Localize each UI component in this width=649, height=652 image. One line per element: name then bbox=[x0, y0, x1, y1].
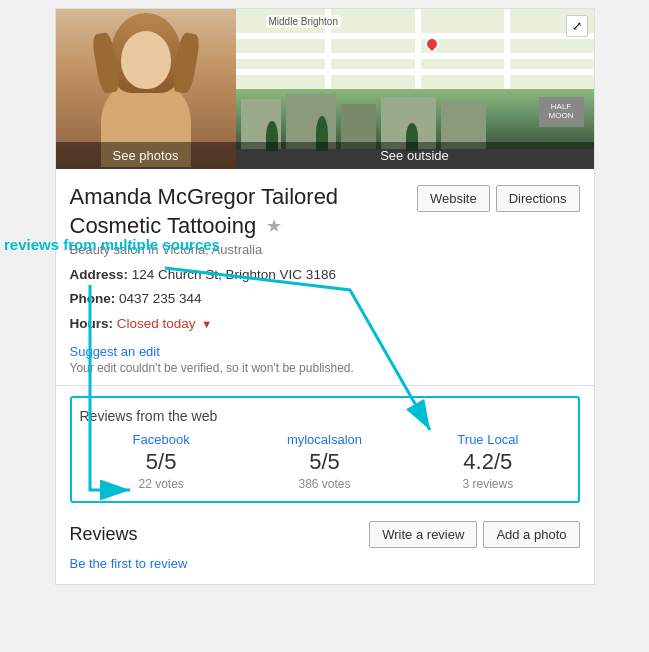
reviews-section: Reviews Write a review Add a photo Be th… bbox=[56, 513, 594, 572]
map-section[interactable]: Middle Brighton ⤢ bbox=[236, 9, 594, 89]
suggest-edit-link[interactable]: Suggest an edit bbox=[70, 344, 160, 359]
source-name-facebook[interactable]: Facebook bbox=[80, 432, 243, 447]
address-row: Address: 124 Church St, Brighton VIC 318… bbox=[70, 265, 580, 285]
header-row: Amanda McGregor Tailored Cosmetic Tattoo… bbox=[70, 183, 580, 240]
website-button[interactable]: Website bbox=[417, 185, 490, 212]
right-images: Middle Brighton ⤢ bbox=[236, 9, 594, 169]
hours-caret-icon[interactable]: ▼ bbox=[201, 318, 212, 330]
see-outside-button[interactable]: See outside bbox=[236, 142, 594, 169]
source-score-truelocal: 4.2/5 bbox=[406, 449, 569, 475]
reviews-title: Reviews bbox=[70, 524, 138, 545]
business-name: Amanda McGregor Tailored Cosmetic Tattoo… bbox=[70, 183, 417, 240]
review-source-truelocal: True Local 4.2/5 3 reviews bbox=[406, 432, 569, 491]
address-label: Address: bbox=[70, 267, 129, 282]
reviews-actions: Write a review Add a photo bbox=[369, 521, 579, 548]
business-category: Beauty salon in Victoria, Australia bbox=[70, 242, 580, 257]
review-source-facebook: Facebook 5/5 22 votes bbox=[80, 432, 243, 491]
map-pin bbox=[425, 37, 439, 51]
header-buttons: Website Directions bbox=[417, 185, 580, 212]
source-votes-mylocalsalon: 386 votes bbox=[243, 477, 406, 491]
business-card: See photos Middle Brighton ⤢ bbox=[55, 8, 595, 585]
map-background: Middle Brighton ⤢ bbox=[236, 9, 594, 89]
business-name-container: Amanda McGregor Tailored Cosmetic Tattoo… bbox=[70, 183, 417, 240]
reviews-web-title: Reviews from the web bbox=[80, 408, 570, 424]
face-element bbox=[121, 31, 171, 89]
see-photos-button[interactable]: See photos bbox=[56, 142, 236, 169]
hours-value[interactable]: Closed today bbox=[117, 316, 196, 331]
map-expand-button[interactable]: ⤢ bbox=[566, 15, 588, 37]
business-info: Amanda McGregor Tailored Cosmetic Tattoo… bbox=[56, 169, 594, 375]
top-images: See photos Middle Brighton ⤢ bbox=[56, 9, 594, 169]
source-score-facebook: 5/5 bbox=[80, 449, 243, 475]
phone-row: Phone: 0437 235 344 bbox=[70, 289, 580, 309]
divider bbox=[56, 385, 594, 386]
hours-label: Hours: bbox=[70, 316, 114, 331]
write-review-button[interactable]: Write a review bbox=[369, 521, 477, 548]
review-source-mylocalsalon: mylocalsalon 5/5 386 votes bbox=[243, 432, 406, 491]
street-section[interactable]: HALFMOON See outside bbox=[236, 89, 594, 169]
hours-row: Hours: Closed today ▼ bbox=[70, 314, 580, 334]
reviews-sources: Facebook 5/5 22 votes mylocalsalon 5/5 3… bbox=[80, 432, 570, 491]
source-name-mylocalsalon[interactable]: mylocalsalon bbox=[243, 432, 406, 447]
reviews-header: Reviews Write a review Add a photo bbox=[70, 521, 580, 548]
source-score-mylocalsalon: 5/5 bbox=[243, 449, 406, 475]
star-icon[interactable]: ★ bbox=[266, 216, 282, 236]
directions-button[interactable]: Directions bbox=[496, 185, 580, 212]
phone-value: 0437 235 344 bbox=[119, 291, 202, 306]
map-location-label: Middle Brighton bbox=[266, 15, 341, 28]
edit-note: Your edit couldn't be verified, so it wo… bbox=[70, 361, 580, 375]
source-name-truelocal[interactable]: True Local bbox=[406, 432, 569, 447]
reviews-web-box: Reviews from the web Facebook 5/5 22 vot… bbox=[70, 396, 580, 503]
source-votes-truelocal: 3 reviews bbox=[406, 477, 569, 491]
phone-label: Phone: bbox=[70, 291, 116, 306]
profile-photo: See photos bbox=[56, 9, 236, 169]
first-review-link[interactable]: Be the first to review bbox=[70, 556, 188, 571]
address-value: 124 Church St, Brighton VIC 3186 bbox=[132, 267, 336, 282]
source-votes-facebook: 22 votes bbox=[80, 477, 243, 491]
add-photo-button[interactable]: Add a photo bbox=[483, 521, 579, 548]
